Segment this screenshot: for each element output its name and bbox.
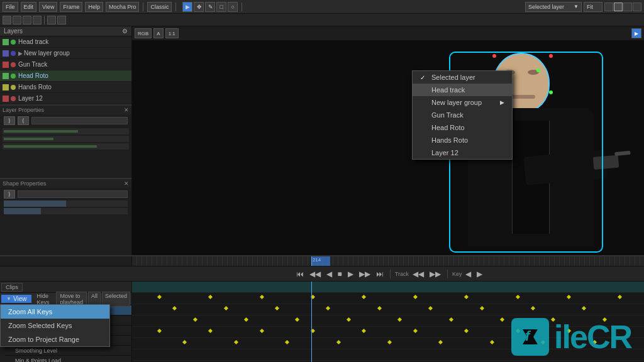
tool-2-1[interactable]: [3, 16, 11, 25]
tool-2-3[interactable]: [23, 16, 31, 25]
layer-hands-roto[interactable]: Hands Roto: [0, 82, 131, 93]
layer-props-header: Layer Properties ✕: [0, 104, 131, 114]
menu-file[interactable]: File: [3, 2, 18, 12]
menu-classic[interactable]: Classic: [147, 2, 172, 12]
layer-new-group[interactable]: ▶ New layer group: [0, 48, 131, 59]
ctx-hands-roto[interactable]: Hands Roto: [413, 134, 512, 146]
props-sliders: [0, 127, 131, 151]
ctx-layer-12[interactable]: Layer 12: [413, 146, 512, 159]
layer-head-roto[interactable]: Head Roto: [0, 70, 131, 82]
menu-frame[interactable]: Frame: [60, 2, 82, 12]
view-menu-btn[interactable]: ▼ View: [1, 295, 31, 303]
layer-vis-1[interactable]: [3, 39, 9, 45]
vp-btn-playback[interactable]: ▶: [631, 28, 641, 38]
view-icon-2[interactable]: [614, 3, 623, 11]
zoom-project-range[interactable]: Zoom to Project Range: [1, 332, 109, 346]
shape-prop-btn-1[interactable]: ⟩: [4, 190, 15, 199]
vp-btn-2[interactable]: A: [153, 28, 163, 38]
tool-pan[interactable]: ✥: [194, 2, 204, 12]
zoom-all-keys[interactable]: Zoom All Keys: [1, 305, 109, 319]
layer-vis-3[interactable]: [3, 62, 9, 68]
separator-3: [242, 3, 242, 11]
layer-vis-6[interactable]: [3, 96, 9, 102]
tool-select[interactable]: ▶: [182, 2, 192, 12]
slider-fill-2[interactable]: [4, 138, 53, 140]
layer-dot-5: [11, 85, 16, 90]
view-icon-4[interactable]: [633, 3, 641, 11]
transport-rewind[interactable]: ◀◀: [308, 270, 323, 278]
kf-y-5: [362, 295, 366, 299]
layer-prop-input-1[interactable]: [31, 117, 128, 124]
layer-vis-2[interactable]: [3, 50, 9, 57]
layer-12[interactable]: Layer 12: [0, 93, 131, 104]
tool-2-4[interactable]: [33, 16, 42, 25]
kf-y-9: [567, 295, 571, 299]
shape-slider-2[interactable]: [4, 208, 41, 214]
ctx-selected-layer[interactable]: ✓ Selected layer: [413, 71, 512, 84]
prop-minpoints[interactable]: Min & Points Load: [5, 356, 131, 362]
vp-btn-1[interactable]: RGB: [135, 28, 152, 38]
vp-btn-3[interactable]: 1:1: [165, 28, 179, 38]
layer-prop-btn-2[interactable]: ⟨: [18, 116, 29, 125]
tool-pen[interactable]: ✎: [205, 2, 215, 12]
transport-bar: ⏮ ◀◀ ◀ ■ ▶ ▶▶ ⏭ Track ◀◀ ▶▶ Key ◀ ▶: [0, 266, 644, 282]
tool-2-6[interactable]: [57, 16, 66, 25]
watermark-icon: f: [511, 318, 549, 356]
ctx-new-layer-group[interactable]: New layer group ▶: [413, 96, 512, 109]
sep: [44, 16, 45, 25]
kf-r5-7: [464, 329, 469, 333]
kf-r4-3: [295, 317, 299, 322]
timeline-keyframes[interactable]: f ileCR: [132, 282, 644, 362]
view-icon-3[interactable]: [623, 3, 632, 11]
shape-slider-1[interactable]: [4, 200, 66, 207]
layer-dot-1: [11, 40, 16, 45]
transport-go-start[interactable]: ⏮: [294, 270, 306, 278]
view-icon-1[interactable]: [604, 3, 613, 11]
shape-prop-input[interactable]: [18, 190, 128, 198]
track-next[interactable]: ▶▶: [428, 270, 443, 278]
slider-fill-3[interactable]: [4, 145, 97, 148]
layer-prop-btn-1[interactable]: ⟩: [4, 116, 15, 125]
menu-edit[interactable]: Edit: [21, 2, 37, 12]
transport-stop[interactable]: ■: [336, 270, 344, 278]
kf-r3-7: [479, 306, 484, 310]
ruler-left-spacer: [0, 256, 132, 266]
kf-r3-4: [326, 306, 330, 310]
transport-back[interactable]: ◀: [325, 270, 334, 278]
layer-vis-4[interactable]: [3, 73, 9, 79]
layer-select-btn[interactable]: Selected layer ▼: [525, 2, 582, 12]
transport-play[interactable]: ▶: [346, 270, 355, 278]
menu-mocha[interactable]: Mocha Pro: [106, 2, 140, 12]
kf-r5-5: [362, 329, 366, 333]
transport-go-end[interactable]: ⏭: [374, 270, 386, 278]
frame-number: 214: [313, 257, 321, 263]
shape-props-content: ⟩: [0, 188, 131, 255]
clips-tab[interactable]: Clips: [1, 283, 23, 292]
prop-smoothing[interactable]: Smoothing Level: [5, 346, 131, 356]
menu-view[interactable]: View: [39, 2, 57, 12]
ctx-gun-track[interactable]: Gun Track: [413, 109, 512, 121]
kf-y-6: [413, 295, 418, 299]
timeline-view-bar: ▼ View Hide Keys Move to playhead All Se…: [0, 293, 131, 305]
layer-head-track[interactable]: Head track: [0, 36, 131, 48]
kf-r3-2: [223, 306, 228, 310]
key-next[interactable]: ▶: [475, 270, 484, 278]
zoom-selected-keys[interactable]: Zoom Selected Keys: [1, 319, 109, 332]
tool-rect[interactable]: □: [216, 2, 226, 12]
tool-2-5[interactable]: [47, 16, 56, 25]
transport-ffwd[interactable]: ▶▶: [357, 270, 372, 278]
kf-r3-8: [531, 306, 535, 310]
ctx-head-track[interactable]: Head track: [413, 84, 512, 96]
transport-controls: ⏮ ◀◀ ◀ ■ ▶ ▶▶ ⏭ Track ◀◀ ▶▶ Key ◀ ▶: [137, 270, 641, 278]
tool-2-2[interactable]: [13, 16, 21, 25]
layer-gun-track[interactable]: Gun Track: [0, 59, 131, 70]
chevron-down-icon: ▼: [574, 4, 579, 9]
ctx-head-roto[interactable]: Head Roto: [413, 121, 512, 134]
layer-vis-5[interactable]: [3, 84, 9, 90]
key-prev[interactable]: ◀: [464, 270, 473, 278]
slider-fill-1[interactable]: [4, 130, 78, 133]
menu-help[interactable]: Help: [85, 2, 103, 12]
track-prev[interactable]: ◀◀: [411, 270, 426, 278]
zoom-btn[interactable]: Fit: [584, 2, 602, 12]
tool-circle[interactable]: ○: [228, 2, 238, 12]
